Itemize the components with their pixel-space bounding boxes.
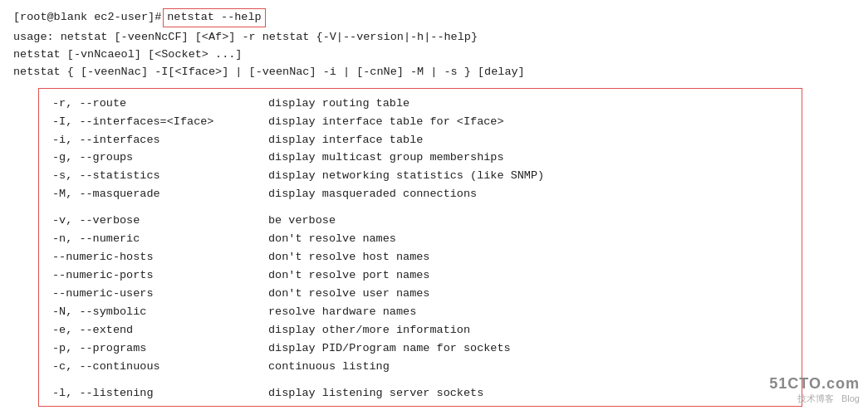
option-desc-14: display PID/Program name for sockets (268, 340, 511, 358)
option-row-12: -N, --symbolicresolve hardware names (52, 304, 788, 321)
option-desc-17: display listening server sockets (268, 385, 483, 403)
option-flag-11: --numeric-users (52, 286, 268, 303)
watermark: 51CTO.com 技术博客 Blog (769, 375, 860, 405)
option-row-8: -n, --numericdon't resolve names (52, 231, 788, 248)
option-row-10: --numeric-portsdon't resolve port names (52, 267, 788, 285)
usage-line-1: usage: netstat [-veenNcCF] [<Af>] -r net… (13, 29, 855, 46)
option-desc-7: be verbose (268, 212, 336, 230)
option-row-14: -p, --programsdisplay PID/Program name f… (52, 340, 788, 358)
watermark-sub: 技术博客 Blog (769, 393, 860, 405)
option-desc-1: display interface table for <Iface> (268, 114, 504, 131)
option-flag-8: -n, --numeric (52, 231, 268, 248)
option-desc-2: display interface table (268, 132, 423, 149)
option-row-11: --numeric-usersdon't resolve user names (52, 286, 788, 303)
prompt-line: [root@blank ec2-user]# netstat --help (13, 8, 855, 27)
option-row-13: -e, --extenddisplay other/more informati… (52, 322, 788, 339)
option-flag-1: -I, --interfaces=<Iface> (52, 114, 268, 131)
option-flag-13: -e, --extend (52, 322, 268, 339)
option-desc-13: display other/more information (268, 322, 470, 339)
watermark-site: 51CTO.com (769, 375, 860, 393)
option-flag-5: -M, --masquerade (52, 186, 268, 203)
prompt-text: [root@blank ec2-user]# (13, 9, 161, 27)
option-blank-16 (52, 377, 788, 385)
usage-block: usage: netstat [-veenNcCF] [<Af>] -r net… (13, 29, 855, 81)
option-row-15: -c, --continuouscontinuous listing (52, 359, 788, 376)
option-blank-6 (52, 204, 788, 212)
option-desc-12: resolve hardware names (268, 304, 416, 321)
option-flag-4: -s, --statistics (52, 168, 268, 185)
option-flag-2: -i, --interfaces (52, 132, 268, 149)
option-flag-14: -p, --programs (52, 340, 268, 358)
option-flag-15: -c, --continuous (52, 359, 268, 376)
option-flag-12: -N, --symbolic (52, 304, 268, 321)
option-desc-8: don't resolve names (268, 231, 396, 248)
usage-line-3: netstat { [-veenNac] -I[<Iface>] | [-vee… (13, 64, 855, 81)
option-flag-7: -v, --verbose (52, 212, 268, 230)
option-desc-0: display routing table (268, 95, 409, 113)
option-row-3: -g, --groupsdisplay multicast group memb… (52, 149, 788, 167)
option-desc-9: don't resolve host names (268, 249, 429, 266)
option-desc-11: don't resolve user names (268, 286, 429, 303)
option-row-17: -l, --listeningdisplay listening server … (52, 385, 788, 403)
option-desc-4: display networking statistics (like SNMP… (268, 168, 544, 185)
option-row-4: -s, --statisticsdisplay networking stati… (52, 168, 788, 185)
option-desc-5: display masqueraded connections (268, 186, 477, 203)
option-flag-17: -l, --listening (52, 385, 268, 403)
option-row-1: -I, --interfaces=<Iface>display interfac… (52, 114, 788, 131)
option-flag-10: --numeric-ports (52, 267, 268, 285)
terminal-window: [root@blank ec2-user]# netstat --help us… (0, 0, 868, 415)
option-desc-3: display multicast group memberships (268, 149, 504, 167)
option-row-7: -v, --verbosebe verbose (52, 212, 788, 230)
option-row-0: -r, --routedisplay routing table (52, 95, 788, 113)
option-flag-3: -g, --groups (52, 149, 268, 167)
option-desc-15: continuous listing (268, 359, 390, 376)
options-box: -r, --routedisplay routing table -I, --i… (38, 88, 802, 408)
option-flag-0: -r, --route (52, 95, 268, 113)
command-box: netstat --help (163, 8, 265, 27)
usage-line-2: netstat [-vnNcaeol] [<Socket> ...] (13, 46, 855, 64)
option-row-9: --numeric-hostsdon't resolve host names (52, 249, 788, 266)
option-desc-10: don't resolve port names (268, 267, 429, 285)
option-row-2: -i, --interfacesdisplay interface table (52, 132, 788, 149)
option-flag-9: --numeric-hosts (52, 249, 268, 266)
option-row-5: -M, --masqueradedisplay masqueraded conn… (52, 186, 788, 203)
